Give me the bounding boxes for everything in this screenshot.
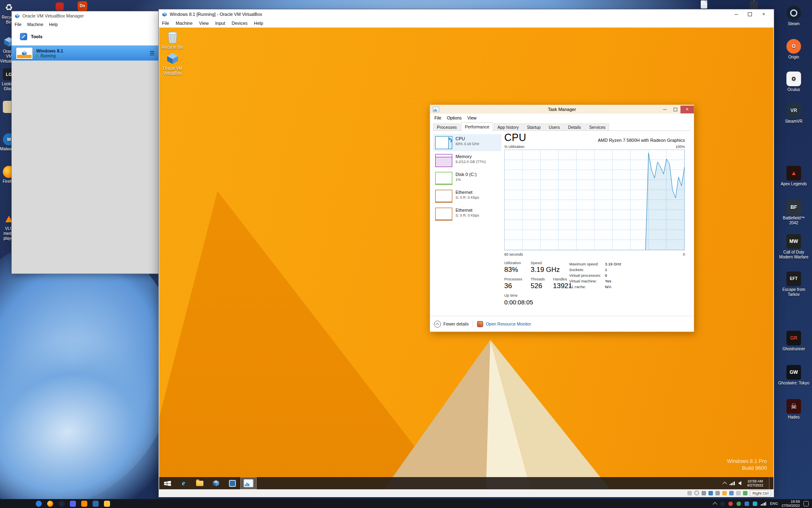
- tab-details[interactable]: Details: [564, 124, 585, 130]
- virtualbox-icon[interactable]: [93, 501, 99, 507]
- sidebar-item-ethernet-1[interactable]: Ethernet S: 0 R: 0 Kbps: [433, 188, 501, 205]
- mouse-integration-status-icon[interactable]: [743, 491, 747, 495]
- internet-explorer-icon: e: [182, 479, 185, 487]
- menu-file[interactable]: File: [432, 115, 444, 120]
- audio-status-icon[interactable]: [702, 491, 706, 495]
- open-resource-monitor-link[interactable]: Open Resource Monitor: [477, 321, 531, 327]
- edge-icon[interactable]: [36, 501, 42, 507]
- guest-taskbar-virtualbox[interactable]: [208, 477, 224, 489]
- show-hidden-icons[interactable]: [722, 482, 727, 486]
- desktop-icon-label: Steam: [778, 22, 810, 26]
- shared-folders-status-icon[interactable]: [722, 491, 727, 495]
- desktop-icon-oculus[interactable]: O Oculus: [778, 72, 810, 92]
- sidebar-item-ethernet-2[interactable]: Ethernet S: 0 R: 0 Kbps: [433, 206, 501, 223]
- menu-view[interactable]: View: [464, 115, 479, 120]
- menu-view[interactable]: View: [196, 21, 212, 26]
- vm-window-titlebar[interactable]: Windows 8.1 [Running] - Oracle VM Virtua…: [159, 9, 774, 19]
- sidebar-item-disk0[interactable]: Disk 0 (C:) 1%: [433, 170, 501, 187]
- menu-help[interactable]: Help: [251, 21, 267, 26]
- close-button[interactable]: ×: [757, 10, 771, 19]
- stat-speed: Speed 3.19 GHz: [531, 261, 560, 274]
- desktop-icon-top-1[interactable]: [54, 2, 66, 12]
- tools-header[interactable]: Tools: [12, 28, 159, 46]
- desktop-icon-steam[interactable]: Steam: [778, 6, 810, 26]
- steam-icon[interactable]: [58, 501, 65, 507]
- vm-list-item-windows81[interactable]: Windows 8.1 Running ☰: [12, 46, 159, 61]
- tab-processes[interactable]: Processes: [433, 124, 460, 130]
- network-status-icon[interactable]: [708, 491, 713, 495]
- tray-icon[interactable]: [736, 501, 741, 506]
- desktop-icon-steamvr[interactable]: VR SteamVR: [778, 103, 810, 124]
- guest-taskbar-ie[interactable]: e: [175, 477, 192, 489]
- desktop-icon-battlefield-2042[interactable]: BF Battlefield™ 2042: [778, 200, 810, 226]
- tray-icon[interactable]: [728, 501, 733, 506]
- guest-icon-virtualbox[interactable]: Oracle VM VirtualBox: [160, 52, 186, 76]
- task-manager-titlebar[interactable]: Task Manager ×: [430, 105, 694, 114]
- menu-machine[interactable]: Machine: [24, 22, 46, 27]
- tray-icon[interactable]: [745, 501, 749, 506]
- desktop-icon-apex-legends[interactable]: ▲ Apex Legends: [778, 166, 810, 187]
- show-desktop-button[interactable]: [769, 477, 772, 489]
- show-hidden-icons[interactable]: [713, 502, 717, 506]
- tab-users[interactable]: Users: [545, 124, 564, 130]
- oculus-icon: O: [786, 72, 801, 86]
- sidebar-item-memory[interactable]: Memory 9.2/12.0 GB (77%): [433, 152, 501, 169]
- network-icon[interactable]: [730, 482, 735, 485]
- minimize-button[interactable]: [729, 10, 743, 19]
- display-status-icon[interactable]: [729, 491, 734, 495]
- guest-taskbar-task-manager[interactable]: [240, 477, 257, 489]
- sidebar-item-cpu[interactable]: CPU 83% 3.19 GHz: [433, 134, 501, 151]
- desktop-icon-ghostwire[interactable]: GW Ghostwire: Tokyo: [778, 365, 810, 386]
- language-indicator[interactable]: ENG: [770, 501, 778, 506]
- guest-clock[interactable]: 10:59 AM 4/27/2022: [745, 479, 766, 487]
- menu-devices[interactable]: Devices: [228, 21, 251, 26]
- menu-input[interactable]: Input: [212, 21, 228, 26]
- desktop-icon-top-2[interactable]: Dn: [76, 1, 89, 12]
- virtualbox-manager-titlebar[interactable]: Oracle VM VirtualBox Manager: [12, 11, 159, 20]
- guest-taskbar-app[interactable]: [224, 477, 240, 489]
- usb-status-icon[interactable]: [715, 491, 720, 495]
- sidebar-item-name: Memory: [456, 154, 486, 159]
- menu-help[interactable]: Help: [46, 22, 61, 27]
- desktop-icon-top-3[interactable]: [699, 0, 709, 10]
- desktop-icon-tarkov[interactable]: EFT Escape from Tarkov: [778, 271, 810, 297]
- maximize-button[interactable]: [670, 106, 680, 113]
- guest-taskbar-explorer[interactable]: [192, 477, 208, 489]
- optical-disk-status-icon[interactable]: [694, 491, 699, 495]
- desktop-icon-ghostrunner[interactable]: GR Ghostrunner: [778, 331, 810, 352]
- desktop-icon-cod-mw[interactable]: MW Call of Duty Modern Warfare: [778, 234, 810, 260]
- maximize-button[interactable]: [743, 10, 757, 19]
- vlc-icon[interactable]: [81, 501, 87, 507]
- close-button[interactable]: ×: [680, 106, 694, 113]
- discord-icon[interactable]: [70, 501, 76, 507]
- tab-app-history[interactable]: App history: [494, 124, 523, 130]
- minimize-button[interactable]: [659, 106, 670, 113]
- guest-icon-recycle-bin[interactable]: Recycle Bin: [160, 30, 186, 50]
- tray-icon[interactable]: [753, 501, 757, 506]
- fewer-details-button[interactable]: Fewer details: [434, 321, 469, 328]
- guest-start-button[interactable]: [159, 477, 175, 489]
- tab-services[interactable]: Services: [585, 124, 609, 130]
- recycle-bin-icon: [166, 30, 179, 44]
- guest-icon-label: Oracle VM VirtualBox: [160, 66, 186, 76]
- file-explorer-icon[interactable]: [104, 501, 110, 507]
- tab-performance[interactable]: Performance: [461, 122, 493, 131]
- network-icon[interactable]: [761, 502, 766, 506]
- desktop-icon-hades[interactable]: ☠ Hades: [778, 399, 810, 420]
- steam-tray-icon[interactable]: [720, 501, 725, 506]
- tab-startup[interactable]: Startup: [523, 124, 544, 130]
- volume-icon[interactable]: [738, 481, 741, 485]
- recording-status-icon[interactable]: [736, 491, 741, 495]
- cod-mw-icon: MW: [786, 234, 801, 249]
- file-explorer-icon: [196, 481, 203, 486]
- menu-file[interactable]: File: [159, 21, 173, 26]
- menu-options[interactable]: Options: [444, 115, 464, 120]
- menu-machine[interactable]: Machine: [173, 21, 196, 26]
- firefox-icon[interactable]: [47, 501, 53, 507]
- host-clock[interactable]: 18:59 27/04/2022: [782, 499, 800, 508]
- notification-center-icon[interactable]: [803, 501, 809, 506]
- menu-file[interactable]: File: [12, 22, 24, 27]
- vm-menu-icon[interactable]: ☰: [149, 50, 155, 56]
- desktop-icon-origin[interactable]: O Origin: [778, 39, 810, 60]
- hard-disk-status-icon[interactable]: [687, 491, 692, 495]
